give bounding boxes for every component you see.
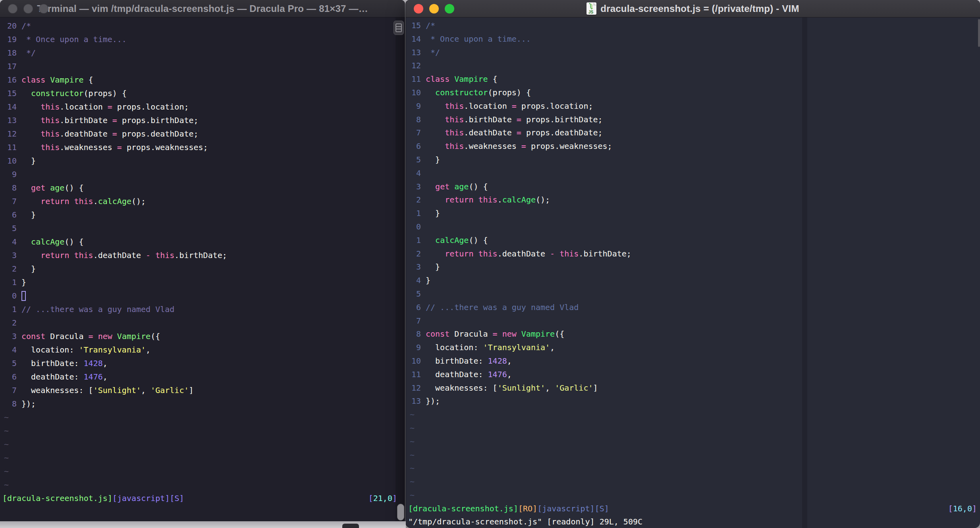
code-line[interactable]: 13});	[406, 395, 980, 408]
status-token: 16,0	[953, 504, 972, 513]
code-line[interactable]: 9 location: 'Transylvania',	[406, 341, 980, 355]
terminal-titlebar[interactable]: Terminal — vim /tmp/dracula-screenshot.j…	[0, 0, 405, 17]
code-line[interactable]: 11class Vampire {	[406, 73, 980, 86]
code-line[interactable]: 14 * Once upon a time...	[406, 33, 980, 46]
code-line[interactable]: 8const Dracula = new Vampire({	[406, 328, 980, 341]
code-line[interactable]: 18 */	[0, 46, 405, 60]
code-line[interactable]: 11 deathDate: 1476,	[406, 368, 980, 382]
code-line[interactable]: 13 this.birthDate = props.birthDate;	[0, 114, 405, 127]
minimize-button-icon[interactable]	[429, 4, 439, 13]
code-text: this.deathDate = props.deathDate;	[421, 126, 603, 140]
code-line[interactable]: 15 constructor(props) {	[0, 87, 405, 100]
code-token: =	[117, 143, 122, 152]
code-line[interactable]: 7 this.deathDate = props.deathDate;	[406, 126, 980, 140]
code-line[interactable]: 17	[0, 60, 405, 73]
macvim-scrollbar-thumb[interactable]	[978, 19, 980, 47]
line-number: 13	[0, 114, 17, 127]
code-line[interactable]: 2 return this.calcAge();	[406, 193, 980, 207]
minimize-button-icon[interactable]	[23, 4, 33, 13]
code-line[interactable]: 10 birthDate: 1428,	[406, 355, 980, 368]
code-line[interactable]: 4 calcAge() {	[0, 235, 405, 249]
code-line[interactable]: 6 this.weaknesses = props.weaknesses;	[406, 140, 980, 153]
code-line[interactable]: 10 }	[0, 154, 405, 168]
code-token: .location	[464, 101, 511, 111]
code-token: class	[21, 75, 45, 85]
code-line[interactable]: 6 }	[0, 208, 405, 222]
scrollbar-thumb[interactable]	[397, 504, 404, 520]
code-text: this.birthDate = props.birthDate;	[421, 113, 603, 127]
code-line[interactable]: 6 deathDate: 1476,	[0, 370, 405, 383]
code-token: {	[84, 75, 93, 85]
code-line[interactable]: 12 weaknesses: ['Sunlight', 'Garlic']	[406, 382, 980, 395]
code-line[interactable]: 1 calcAge() {	[406, 234, 980, 247]
code-line[interactable]: 5	[406, 287, 980, 301]
code-token: ,	[141, 385, 150, 395]
code-text	[421, 59, 426, 73]
code-line[interactable]: 3 get age() {	[406, 180, 980, 194]
code-line[interactable]: 7	[406, 314, 980, 328]
code-line[interactable]: 8});	[0, 397, 405, 410]
code-line[interactable]: 7 return this.calcAge();	[0, 195, 405, 208]
code-line[interactable]: 10 constructor(props) {	[406, 86, 980, 100]
code-line[interactable]: 5 }	[406, 153, 980, 167]
code-line[interactable]: 12 this.deathDate = props.deathDate;	[0, 127, 405, 141]
code-line[interactable]: 1 }	[406, 207, 980, 220]
code-line[interactable]: 9 this.location = props.location;	[406, 100, 980, 113]
code-line[interactable]: 0	[406, 220, 980, 234]
code-line[interactable]: 2 return this.deathDate - this.birthDate…	[406, 247, 980, 261]
code-line[interactable]: 4	[406, 167, 980, 180]
code-text: calcAge() {	[421, 234, 488, 247]
code-line[interactable]: 20/*	[0, 19, 405, 33]
js-file-icon[interactable]: JS	[586, 2, 596, 15]
code-line[interactable]: 7 weaknesses: ['Sunlight', 'Garlic']	[0, 383, 405, 397]
code-line[interactable]: 2	[0, 316, 405, 330]
code-text: location: 'Transylvania',	[17, 343, 150, 356]
code-line[interactable]: 6// ...there was a guy named Vlad	[406, 301, 980, 314]
code-line[interactable]: 4 location: 'Transylvania',	[0, 343, 405, 356]
code-line[interactable]: 8 this.birthDate = props.birthDate;	[406, 113, 980, 127]
code-line[interactable]: 5 birthDate: 1428,	[0, 356, 405, 370]
zoom-button-icon[interactable]	[445, 4, 454, 13]
macvim-titlebar[interactable]: JS dracula-screenshot.js = (/private/tmp…	[406, 0, 980, 17]
code-token: Vampire	[521, 329, 555, 339]
code-line[interactable]: 13 */	[406, 46, 980, 60]
terminal-scrollbar[interactable]	[395, 17, 405, 521]
split-pane-button[interactable]	[394, 21, 404, 35]
close-button-icon[interactable]	[414, 4, 423, 13]
code-line[interactable]: 14 this.location = props.location;	[0, 100, 405, 114]
vim-buffer-terminal[interactable]: 20/*19 * Once upon a time...18 */1716cla…	[0, 17, 405, 521]
vim-buffer-macvim[interactable]: 15/*14 * Once upon a time...13 */1211cla…	[406, 17, 980, 528]
code-line[interactable]: 3 return this.deathDate - this.birthDate…	[0, 249, 405, 262]
code-text: }	[421, 260, 440, 274]
code-line[interactable]: 16class Vampire {	[0, 73, 405, 87]
code-line[interactable]: 1}	[0, 276, 405, 289]
close-button-icon[interactable]	[8, 4, 17, 13]
code-line[interactable]: 1// ...there was a guy named Vlad	[0, 303, 405, 316]
code-line[interactable]: 3 }	[406, 260, 980, 274]
code-text: weaknesses: ['Sunlight', 'Garlic']	[421, 382, 598, 395]
zoom-button-icon[interactable]	[39, 4, 48, 13]
tilde: ~	[410, 408, 415, 422]
code-line[interactable]: 3const Dracula = new Vampire({	[0, 330, 405, 343]
code-line[interactable]: 4}	[406, 274, 980, 287]
code-line[interactable]: 5	[0, 222, 405, 235]
line-number: 8	[406, 113, 421, 127]
code-line[interactable]: 8 get age() {	[0, 181, 405, 195]
status-token: [dracula-screenshot.js]	[408, 504, 518, 513]
code-line[interactable]: 11 this.weaknesses = props.weaknesses;	[0, 141, 405, 154]
code-line[interactable]: 9	[0, 168, 405, 181]
code-text: /*	[421, 19, 435, 33]
code-line[interactable]: 2 }	[0, 262, 405, 276]
code-text	[17, 168, 21, 181]
code-token: =	[517, 115, 521, 124]
code-token: this	[74, 251, 93, 260]
code-token: =	[517, 128, 521, 137]
code-token: () {	[64, 183, 83, 193]
code-text: */	[17, 46, 36, 60]
status-token: [javascript]	[537, 504, 595, 513]
code-line[interactable]: 12	[406, 59, 980, 73]
code-line[interactable]: 19 * Once upon a time...	[0, 33, 405, 46]
line-number: 4	[406, 274, 421, 287]
code-line[interactable]: 0	[0, 289, 405, 303]
code-line[interactable]: 15/*	[406, 19, 980, 33]
